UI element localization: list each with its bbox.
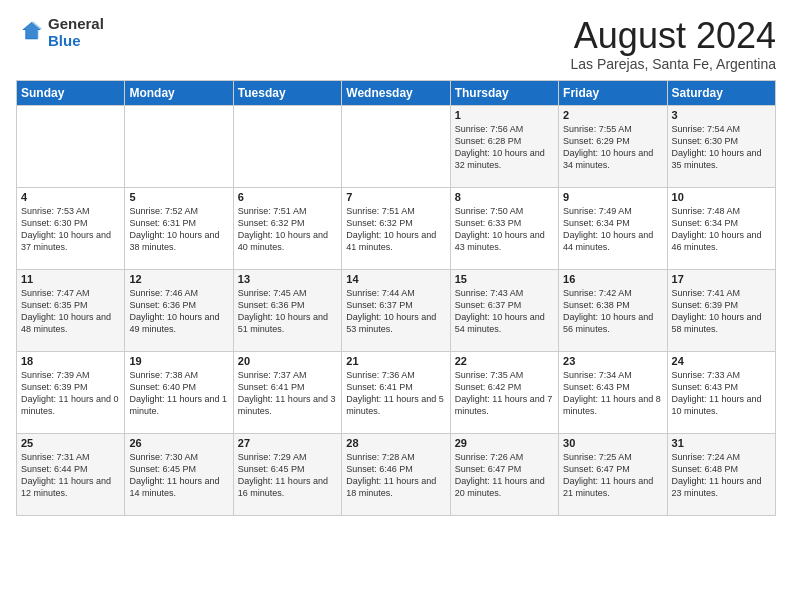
day-number: 2 bbox=[563, 109, 662, 121]
day-number: 25 bbox=[21, 437, 120, 449]
week-row-4: 18Sunrise: 7:39 AM Sunset: 6:39 PM Dayli… bbox=[17, 351, 776, 433]
day-number: 1 bbox=[455, 109, 554, 121]
calendar-cell: 20Sunrise: 7:37 AM Sunset: 6:41 PM Dayli… bbox=[233, 351, 341, 433]
day-info: Sunrise: 7:54 AM Sunset: 6:30 PM Dayligh… bbox=[672, 123, 771, 172]
calendar-cell: 4Sunrise: 7:53 AM Sunset: 6:30 PM Daylig… bbox=[17, 187, 125, 269]
day-number: 30 bbox=[563, 437, 662, 449]
day-info: Sunrise: 7:37 AM Sunset: 6:41 PM Dayligh… bbox=[238, 369, 337, 418]
day-number: 14 bbox=[346, 273, 445, 285]
day-number: 28 bbox=[346, 437, 445, 449]
calendar-cell: 11Sunrise: 7:47 AM Sunset: 6:35 PM Dayli… bbox=[17, 269, 125, 351]
calendar-table: SundayMondayTuesdayWednesdayThursdayFrid… bbox=[16, 80, 776, 516]
logo-icon bbox=[16, 19, 44, 47]
calendar-cell: 29Sunrise: 7:26 AM Sunset: 6:47 PM Dayli… bbox=[450, 433, 558, 515]
logo-blue-text: Blue bbox=[48, 33, 104, 50]
logo: General Blue bbox=[16, 16, 104, 49]
calendar-cell: 13Sunrise: 7:45 AM Sunset: 6:36 PM Dayli… bbox=[233, 269, 341, 351]
day-info: Sunrise: 7:42 AM Sunset: 6:38 PM Dayligh… bbox=[563, 287, 662, 336]
day-number: 10 bbox=[672, 191, 771, 203]
day-info: Sunrise: 7:50 AM Sunset: 6:33 PM Dayligh… bbox=[455, 205, 554, 254]
day-info: Sunrise: 7:36 AM Sunset: 6:41 PM Dayligh… bbox=[346, 369, 445, 418]
calendar-cell bbox=[233, 105, 341, 187]
day-number: 29 bbox=[455, 437, 554, 449]
day-number: 22 bbox=[455, 355, 554, 367]
day-number: 9 bbox=[563, 191, 662, 203]
calendar-cell: 23Sunrise: 7:34 AM Sunset: 6:43 PM Dayli… bbox=[559, 351, 667, 433]
calendar-cell: 22Sunrise: 7:35 AM Sunset: 6:42 PM Dayli… bbox=[450, 351, 558, 433]
weekday-header-row: SundayMondayTuesdayWednesdayThursdayFrid… bbox=[17, 80, 776, 105]
page: General Blue August 2024 Las Parejas, Sa… bbox=[0, 0, 792, 612]
day-number: 6 bbox=[238, 191, 337, 203]
day-info: Sunrise: 7:51 AM Sunset: 6:32 PM Dayligh… bbox=[238, 205, 337, 254]
day-info: Sunrise: 7:29 AM Sunset: 6:45 PM Dayligh… bbox=[238, 451, 337, 500]
weekday-header-wednesday: Wednesday bbox=[342, 80, 450, 105]
day-number: 16 bbox=[563, 273, 662, 285]
day-info: Sunrise: 7:47 AM Sunset: 6:35 PM Dayligh… bbox=[21, 287, 120, 336]
calendar-cell: 26Sunrise: 7:30 AM Sunset: 6:45 PM Dayli… bbox=[125, 433, 233, 515]
day-number: 26 bbox=[129, 437, 228, 449]
day-info: Sunrise: 7:43 AM Sunset: 6:37 PM Dayligh… bbox=[455, 287, 554, 336]
day-number: 20 bbox=[238, 355, 337, 367]
calendar-cell: 6Sunrise: 7:51 AM Sunset: 6:32 PM Daylig… bbox=[233, 187, 341, 269]
calendar-cell: 8Sunrise: 7:50 AM Sunset: 6:33 PM Daylig… bbox=[450, 187, 558, 269]
week-row-1: 1Sunrise: 7:56 AM Sunset: 6:28 PM Daylig… bbox=[17, 105, 776, 187]
logo-general-text: General bbox=[48, 16, 104, 33]
day-number: 12 bbox=[129, 273, 228, 285]
calendar-cell: 3Sunrise: 7:54 AM Sunset: 6:30 PM Daylig… bbox=[667, 105, 775, 187]
day-info: Sunrise: 7:35 AM Sunset: 6:42 PM Dayligh… bbox=[455, 369, 554, 418]
day-info: Sunrise: 7:31 AM Sunset: 6:44 PM Dayligh… bbox=[21, 451, 120, 500]
day-info: Sunrise: 7:25 AM Sunset: 6:47 PM Dayligh… bbox=[563, 451, 662, 500]
location: Las Parejas, Santa Fe, Argentina bbox=[571, 56, 776, 72]
week-row-2: 4Sunrise: 7:53 AM Sunset: 6:30 PM Daylig… bbox=[17, 187, 776, 269]
calendar-cell bbox=[342, 105, 450, 187]
calendar-cell: 27Sunrise: 7:29 AM Sunset: 6:45 PM Dayli… bbox=[233, 433, 341, 515]
calendar-cell: 5Sunrise: 7:52 AM Sunset: 6:31 PM Daylig… bbox=[125, 187, 233, 269]
day-info: Sunrise: 7:26 AM Sunset: 6:47 PM Dayligh… bbox=[455, 451, 554, 500]
day-info: Sunrise: 7:24 AM Sunset: 6:48 PM Dayligh… bbox=[672, 451, 771, 500]
calendar-cell bbox=[125, 105, 233, 187]
day-number: 18 bbox=[21, 355, 120, 367]
calendar-cell: 28Sunrise: 7:28 AM Sunset: 6:46 PM Dayli… bbox=[342, 433, 450, 515]
day-info: Sunrise: 7:39 AM Sunset: 6:39 PM Dayligh… bbox=[21, 369, 120, 418]
day-info: Sunrise: 7:51 AM Sunset: 6:32 PM Dayligh… bbox=[346, 205, 445, 254]
day-info: Sunrise: 7:30 AM Sunset: 6:45 PM Dayligh… bbox=[129, 451, 228, 500]
month-title: August 2024 bbox=[571, 16, 776, 56]
calendar-cell bbox=[17, 105, 125, 187]
day-number: 13 bbox=[238, 273, 337, 285]
day-number: 3 bbox=[672, 109, 771, 121]
day-info: Sunrise: 7:41 AM Sunset: 6:39 PM Dayligh… bbox=[672, 287, 771, 336]
calendar-cell: 19Sunrise: 7:38 AM Sunset: 6:40 PM Dayli… bbox=[125, 351, 233, 433]
calendar-cell: 18Sunrise: 7:39 AM Sunset: 6:39 PM Dayli… bbox=[17, 351, 125, 433]
week-row-3: 11Sunrise: 7:47 AM Sunset: 6:35 PM Dayli… bbox=[17, 269, 776, 351]
day-number: 8 bbox=[455, 191, 554, 203]
day-number: 17 bbox=[672, 273, 771, 285]
weekday-header-saturday: Saturday bbox=[667, 80, 775, 105]
calendar-cell: 1Sunrise: 7:56 AM Sunset: 6:28 PM Daylig… bbox=[450, 105, 558, 187]
day-info: Sunrise: 7:45 AM Sunset: 6:36 PM Dayligh… bbox=[238, 287, 337, 336]
day-number: 19 bbox=[129, 355, 228, 367]
calendar-cell: 2Sunrise: 7:55 AM Sunset: 6:29 PM Daylig… bbox=[559, 105, 667, 187]
day-info: Sunrise: 7:34 AM Sunset: 6:43 PM Dayligh… bbox=[563, 369, 662, 418]
day-info: Sunrise: 7:49 AM Sunset: 6:34 PM Dayligh… bbox=[563, 205, 662, 254]
day-info: Sunrise: 7:48 AM Sunset: 6:34 PM Dayligh… bbox=[672, 205, 771, 254]
calendar-cell: 16Sunrise: 7:42 AM Sunset: 6:38 PM Dayli… bbox=[559, 269, 667, 351]
header: General Blue August 2024 Las Parejas, Sa… bbox=[16, 16, 776, 72]
calendar-cell: 31Sunrise: 7:24 AM Sunset: 6:48 PM Dayli… bbox=[667, 433, 775, 515]
logo-text: General Blue bbox=[48, 16, 104, 49]
day-info: Sunrise: 7:38 AM Sunset: 6:40 PM Dayligh… bbox=[129, 369, 228, 418]
weekday-header-monday: Monday bbox=[125, 80, 233, 105]
day-number: 23 bbox=[563, 355, 662, 367]
calendar-cell: 30Sunrise: 7:25 AM Sunset: 6:47 PM Dayli… bbox=[559, 433, 667, 515]
weekday-header-sunday: Sunday bbox=[17, 80, 125, 105]
day-info: Sunrise: 7:33 AM Sunset: 6:43 PM Dayligh… bbox=[672, 369, 771, 418]
day-number: 27 bbox=[238, 437, 337, 449]
day-info: Sunrise: 7:28 AM Sunset: 6:46 PM Dayligh… bbox=[346, 451, 445, 500]
calendar-cell: 9Sunrise: 7:49 AM Sunset: 6:34 PM Daylig… bbox=[559, 187, 667, 269]
day-number: 31 bbox=[672, 437, 771, 449]
day-info: Sunrise: 7:44 AM Sunset: 6:37 PM Dayligh… bbox=[346, 287, 445, 336]
weekday-header-thursday: Thursday bbox=[450, 80, 558, 105]
calendar-cell: 14Sunrise: 7:44 AM Sunset: 6:37 PM Dayli… bbox=[342, 269, 450, 351]
title-block: August 2024 Las Parejas, Santa Fe, Argen… bbox=[571, 16, 776, 72]
week-row-5: 25Sunrise: 7:31 AM Sunset: 6:44 PM Dayli… bbox=[17, 433, 776, 515]
calendar-cell: 7Sunrise: 7:51 AM Sunset: 6:32 PM Daylig… bbox=[342, 187, 450, 269]
